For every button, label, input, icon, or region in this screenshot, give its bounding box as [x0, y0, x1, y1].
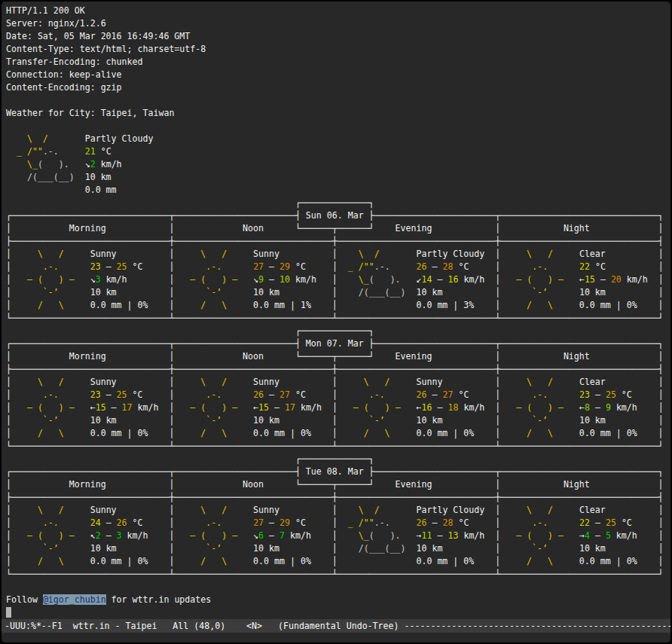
terminal-line: │ `-’ 10 km │ `-’ 10 km │ `-’ 10 km │ `-… — [6, 414, 670, 427]
terminal-line: Transfer-Encoding: chunked — [6, 56, 670, 69]
terminal-line: ┌─────────────┐ — [6, 325, 670, 337]
igor-chubin-link[interactable]: @igor_chubin — [43, 594, 106, 605]
terminal-line: ┌─────────────┐ — [6, 197, 670, 209]
terminal-line: Content-Encoding: gzip — [6, 81, 670, 94]
terminal-line: HTTP/1.1 200 OK — [6, 5, 670, 17]
terminal-line: ┌──────────────────────────────┬────────… — [6, 209, 670, 222]
terminal-line: Follow @igor_chubin for wttr.in updates — [6, 594, 670, 606]
terminal-line: ┌──────────────────────────────┬────────… — [6, 465, 670, 478]
terminal-line: ├──────────────────────────────┼────────… — [6, 363, 670, 376]
terminal-buffer[interactable]: HTTP/1.1 200 OKServer: nginx/1.2.6Date: … — [2, 2, 670, 619]
terminal-line: _ /"".-. 21 °C — [6, 145, 670, 158]
terminal-line: │ / \ 0.0 mm | 0% │ / \ 0.0 mm | 0% │ 0.… — [6, 555, 670, 568]
terminal-line: │ .-. 23 – 25 °C │ .-. 26 – 27 °C │ .-. … — [6, 389, 670, 401]
terminal-line: ┌─────────────┐ — [6, 453, 670, 465]
terminal-line: /(___(__) 10 km — [6, 171, 670, 184]
terminal-line: \_( ). ↘2 km/h — [6, 158, 670, 171]
terminal-line: │ Morning │ Noon └──────┬──────┘ Evening… — [6, 350, 670, 363]
terminal-line: │ `-’ 10 km │ `-’ 10 km │ /(___(__) 10 k… — [6, 542, 670, 555]
terminal-line: 0.0 mm — [6, 184, 670, 197]
terminal-line: Content-Type: text/html; charset=utf-8 — [6, 43, 670, 56]
terminal-window: HTTP/1.1 200 OKServer: nginx/1.2.6Date: … — [2, 2, 670, 642]
terminal-line: Weather for City: Taipei, Taiwan — [6, 107, 670, 120]
terminal-line: │ \ / Sunny │ \ / Sunny │ \ / Partly Clo… — [6, 504, 670, 517]
terminal-line: │ / \ 0.0 mm | 0% │ / \ 0.0 mm | 1% │ 0.… — [6, 299, 670, 312]
terminal-line: ┌──────────────────────────────┬────────… — [6, 337, 670, 350]
terminal-line: └──────────────────────────────┴────────… — [6, 312, 670, 325]
terminal-line — [6, 120, 670, 133]
terminal-line: │ – ( ) – ↘3 km/h │ – ( ) – ↘9 – 10 km/h… — [6, 273, 670, 286]
terminal-line: Server: nginx/1.2.6 — [6, 17, 670, 30]
terminal-line — [6, 606, 670, 619]
terminal-line: └──────────────────────────────┴────────… — [6, 440, 670, 453]
terminal-line — [6, 581, 670, 594]
terminal-line: ├──────────────────────────────┼────────… — [6, 491, 670, 504]
terminal-line: └──────────────────────────────┴────────… — [6, 568, 670, 581]
terminal-line: │ \ / Sunny │ \ / Sunny │ \ / Partly Clo… — [6, 248, 670, 261]
terminal-line: │ Morning │ Noon └──────┬──────┘ Evening… — [6, 222, 670, 235]
terminal-line: Date: Sat, 05 Mar 2016 16:49:46 GMT — [6, 30, 670, 43]
terminal-line — [6, 94, 670, 107]
terminal-line: │ – ( ) – ←15 – 17 km/h │ – ( ) – ←15 – … — [6, 401, 670, 414]
terminal-line: │ .-. 24 – 26 °C │ .-. 27 – 29 °C │ _ /"… — [6, 517, 670, 530]
block-cursor — [6, 607, 11, 618]
terminal-line: │ / \ 0.0 mm | 0% │ / \ 0.0 mm | 0% │ / … — [6, 427, 670, 440]
terminal-line: │ Morning │ Noon └──────┬──────┘ Evening… — [6, 478, 670, 491]
terminal-line: ├──────────────────────────────┼────────… — [6, 235, 670, 248]
terminal-line: Connection: keep-alive — [6, 69, 670, 81]
terminal-line: │ – ( ) – ↖2 – 3 km/h │ – ( ) – ↘6 – 7 k… — [6, 530, 670, 542]
terminal-line: │ \ / Sunny │ \ / Sunny │ \ / Sunny │ \ … — [6, 376, 670, 389]
terminal-line: \ / Partly Cloudy — [6, 133, 670, 145]
emacs-modeline: -UUU:%*--F1 wttr.in - Taipei All (48,0) … — [2, 619, 670, 633]
terminal-line: │ .-. 23 – 25 °C │ .-. 27 – 29 °C │ _ /"… — [6, 261, 670, 273]
terminal-line: │ `-’ 10 km │ `-’ 10 km │ /(___(__) 10 k… — [6, 286, 670, 299]
